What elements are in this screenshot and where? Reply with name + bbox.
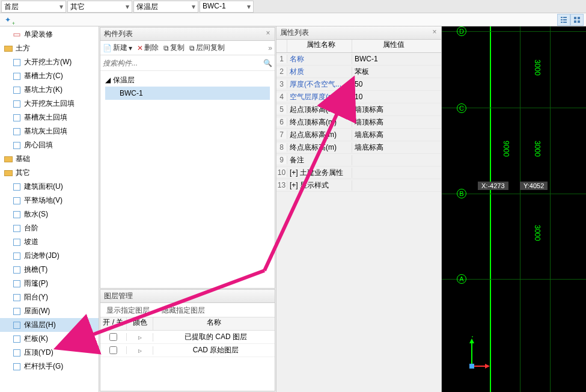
expand-icon[interactable]: ▹ (138, 346, 142, 355)
tree-item[interactable]: 房心回填 (0, 138, 99, 152)
expand-icon[interactable]: ▹ (138, 333, 142, 341)
tree-label: 屋面(W) (24, 306, 50, 316)
tree-item[interactable]: 散水(S) (0, 207, 99, 221)
prop-value[interactable]: 墙顶标高 (352, 105, 433, 115)
tree-group[interactable]: 土方 (0, 41, 99, 55)
close-icon[interactable]: × (264, 29, 272, 38)
prop-value[interactable]: 苯板 (352, 67, 433, 77)
tree-item[interactable]: 台阶 (0, 221, 99, 235)
tree-label: 后浇带(JD) (24, 251, 60, 261)
tree-item[interactable]: 大开挖灰土回填 (0, 97, 99, 111)
panel-title: 构件列表 (104, 29, 133, 39)
tree-item[interactable]: 单梁装修 (0, 28, 99, 41)
new-button[interactable]: 📄新建▾ (103, 43, 132, 53)
floor-select[interactable]: 首层 (1, 1, 66, 13)
prop-row[interactable]: 3厚度(不含空气...50 (276, 78, 441, 91)
layer-tab-hide[interactable]: 隐藏指定图层 (156, 303, 211, 317)
tree-item[interactable]: 栏板(K) (0, 332, 99, 346)
tree-item[interactable]: 平整场地(V) (0, 194, 99, 207)
category-select[interactable]: 其它 (67, 1, 132, 13)
prop-key: 材质 (287, 67, 352, 77)
panel-title: 属性列表 (280, 28, 309, 38)
layer-name: 已提取的 CAD 图层 (153, 332, 275, 342)
tree-item[interactable]: 阳台(Y) (0, 290, 99, 304)
prop-row[interactable]: 7起点底标高(m)墙底标高 (276, 129, 441, 141)
tree-group[interactable]: 基础 (0, 152, 99, 166)
tree-item[interactable]: 后浇带(JD) (0, 249, 99, 263)
category-tree[interactable]: 单梁装修 土方 大开挖土方(W) 基槽土方(C) 基坑土方(K) 大开挖灰土回填… (0, 26, 99, 392)
tree-group[interactable]: 其它 (0, 166, 99, 180)
prop-key: 终点顶标高(m) (287, 117, 352, 127)
delete-button[interactable]: ✕删除 (137, 43, 159, 53)
tree-item[interactable]: 栏杆扶手(G) (0, 360, 99, 373)
search-icon[interactable]: 🔍 (263, 59, 272, 67)
tree-item[interactable]: 压顶(YD) (0, 346, 99, 360)
panel-header: 属性列表× (276, 26, 441, 40)
drawing-canvas[interactable]: D C B A 3000 9000 3000 3000 X:-4273 Y:40… (442, 26, 586, 392)
prop-row[interactable]: 1名称BWC-1 (276, 53, 441, 66)
layer-select[interactable]: 保温层 (133, 1, 198, 13)
prop-value[interactable]: 10 (352, 93, 433, 101)
prop-value[interactable]: BWC-1 (352, 55, 433, 63)
copy-button[interactable]: ⧉复制 (163, 43, 185, 53)
folder-icon (4, 44, 13, 54)
coord-y: Y:4052 (520, 182, 548, 190)
prop-row[interactable]: 8终点底标高(m)墙底标高 (276, 141, 441, 154)
folder-icon (4, 168, 13, 178)
component-search-input[interactable] (103, 59, 263, 67)
layer-row[interactable]: ▹ 已提取的 CAD 图层 (100, 331, 275, 344)
search-row: 🔍 (100, 55, 275, 71)
prop-row[interactable]: 6终点顶标高(m)墙顶标高 (276, 116, 441, 129)
component-tree-item-bwc1[interactable]: BWC-1 (105, 87, 270, 100)
prop-row[interactable]: 13[+] 显示样式 (276, 179, 441, 192)
tree-item[interactable]: 建筑面积(U) (0, 180, 99, 194)
tree-label: 阳台(Y) (24, 292, 48, 302)
prop-value[interactable]: 墙顶标高 (352, 117, 433, 127)
prop-row[interactable]: 9备注 (276, 154, 441, 167)
tree-item[interactable]: 挑檐(T) (0, 263, 99, 277)
list-view-button[interactable] (557, 14, 570, 26)
tree-item[interactable]: 基槽灰土回填 (0, 111, 99, 124)
dimension: 3000 (533, 141, 542, 157)
layer-manager-panel: 图层管理 显示指定图层 隐藏指定图层 开 / 关 颜色 名称 ▹ 已提取的 CA… (100, 289, 275, 391)
floor-copy-button[interactable]: ⧉层间复制 (189, 43, 225, 53)
prop-value[interactable]: 50 (352, 80, 433, 88)
tree-item[interactable]: 基坑灰土回填 (0, 124, 99, 138)
layer-checkbox[interactable] (109, 333, 117, 341)
grid-view-button[interactable] (570, 14, 584, 26)
tree-item[interactable]: 基坑土方(K) (0, 83, 99, 97)
collapse-icon: ◢ (105, 76, 111, 84)
svg-rect-8 (574, 20, 576, 23)
panel-title: 图层管理 (104, 291, 133, 301)
prop-value[interactable]: 墙底标高 (352, 130, 433, 140)
layer-checkbox[interactable] (109, 346, 117, 354)
tree-item[interactable]: 大开挖土方(W) (0, 55, 99, 69)
prop-row[interactable]: 10[+] 土建业务属性 (276, 167, 441, 179)
prop-row[interactable]: 2材质苯板 (276, 66, 441, 78)
tree-item-insulation[interactable]: 保温层(H) (0, 318, 99, 332)
layer-row[interactable]: ▹ CAD 原始图层 (100, 344, 275, 357)
layer-tab-show[interactable]: 显示指定图层 (100, 303, 156, 317)
item-icon (12, 141, 22, 150)
tree-item[interactable]: 坡道 (0, 235, 99, 249)
component-select[interactable]: BWC-1 (200, 1, 254, 13)
expand-icon[interactable]: [+] (290, 181, 300, 189)
item-icon (12, 58, 22, 67)
tree-item[interactable]: 雨篷(P) (0, 277, 99, 290)
tree-item[interactable]: 屋面(W) (0, 304, 99, 318)
layer-table-header: 开 / 关 颜色 名称 (100, 317, 275, 331)
add-icon[interactable]: ✦+ (2, 14, 13, 25)
expand-icon[interactable]: [+] (290, 168, 300, 177)
tree-item[interactable]: 基槽土方(C) (0, 69, 99, 83)
col-color: 颜色 (127, 317, 153, 330)
item-icon (12, 362, 22, 372)
svg-rect-9 (578, 20, 580, 23)
toolbar-overflow[interactable]: » (268, 44, 272, 52)
component-tree-parent[interactable]: ◢保温层 (105, 73, 270, 87)
panel-header: 构件列表× (100, 28, 275, 41)
prop-value[interactable]: 墙底标高 (352, 142, 433, 153)
tree-label: 压顶(YD) (24, 348, 53, 358)
prop-row[interactable]: 4空气层厚度(mm)10 (276, 91, 441, 103)
close-icon[interactable]: × (430, 28, 439, 37)
prop-row[interactable]: 5起点顶标高(m)墙顶标高 (276, 103, 441, 116)
